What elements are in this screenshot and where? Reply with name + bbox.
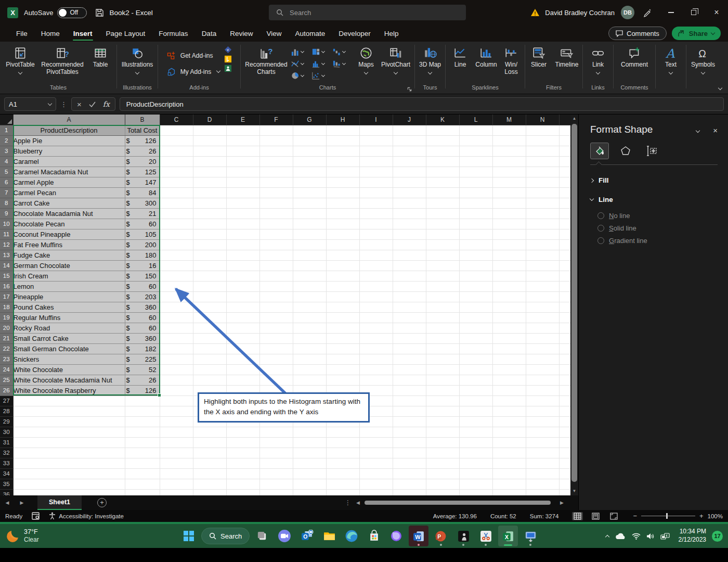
empty-cell[interactable]	[193, 271, 226, 281]
empty-cell[interactable]	[226, 427, 259, 437]
empty-cell[interactable]	[459, 406, 492, 416]
radio-no-line[interactable]: No line	[597, 212, 718, 220]
tab-developer[interactable]: Developer	[332, 25, 378, 42]
empty-cell[interactable]	[526, 208, 559, 219]
empty-cell[interactable]	[526, 468, 559, 479]
table-data-cell[interactable]: White Chocolate Macadamia Nut	[13, 375, 125, 385]
empty-cell[interactable]	[492, 489, 526, 495]
text-button[interactable]: A Text	[659, 45, 682, 74]
fill-section-header[interactable]: Fill	[590, 176, 718, 184]
charts-dialog-launcher-icon[interactable]	[407, 86, 412, 92]
table-data-cell[interactable]: $60	[125, 312, 160, 323]
page-break-view-icon[interactable]	[608, 512, 619, 520]
empty-cell[interactable]	[125, 448, 160, 458]
taskbar-icon-chat[interactable]	[275, 526, 294, 546]
empty-cell[interactable]	[526, 323, 559, 333]
empty-cell[interactable]	[160, 146, 193, 156]
empty-cell[interactable]	[193, 156, 226, 167]
empty-cell[interactable]	[526, 250, 559, 260]
table-data-cell[interactable]: $26	[125, 375, 160, 385]
empty-cell[interactable]	[226, 448, 259, 458]
row-header-30[interactable]: 30	[0, 427, 13, 437]
empty-cell[interactable]	[459, 437, 492, 448]
empty-cell[interactable]	[326, 271, 359, 281]
column-header-g[interactable]: G	[293, 114, 326, 125]
empty-cell[interactable]	[426, 198, 459, 208]
row-header-36[interactable]: 36	[0, 489, 13, 495]
empty-cell[interactable]	[393, 239, 426, 250]
empty-cell[interactable]	[559, 177, 570, 187]
empty-cell[interactable]	[226, 468, 259, 479]
empty-cell[interactable]	[393, 448, 426, 458]
empty-cell[interactable]	[226, 312, 259, 323]
row-header-29[interactable]: 29	[0, 416, 13, 427]
empty-cell[interactable]	[459, 448, 492, 458]
pie-chart-button[interactable]	[291, 70, 311, 82]
empty-cell[interactable]	[359, 437, 393, 448]
empty-cell[interactable]	[492, 250, 526, 260]
row-header-11[interactable]: 11	[0, 229, 13, 239]
table-data-cell[interactable]: $84	[125, 187, 160, 198]
empty-cell[interactable]	[160, 343, 193, 354]
accessibility-status[interactable]: Accessibility: Investigate	[59, 513, 124, 519]
people-addin-icon[interactable]	[224, 65, 232, 72]
tab-view[interactable]: View	[259, 25, 288, 42]
empty-cell[interactable]	[226, 437, 259, 448]
fill-handle[interactable]	[158, 393, 161, 397]
empty-cell[interactable]	[226, 229, 259, 239]
empty-cell[interactable]	[393, 395, 426, 406]
empty-cell[interactable]	[193, 208, 226, 219]
empty-cell[interactable]	[393, 468, 426, 479]
empty-cell[interactable]	[193, 125, 226, 135]
empty-cell[interactable]	[359, 323, 393, 333]
link-button[interactable]: Link	[587, 45, 609, 74]
fx-controls[interactable]: × fx	[71, 97, 115, 111]
empty-cell[interactable]	[193, 281, 226, 291]
empty-cell[interactable]	[326, 239, 359, 250]
empty-cell[interactable]	[160, 406, 193, 416]
empty-cell[interactable]	[526, 229, 559, 239]
empty-cell[interactable]	[559, 187, 570, 198]
table-data-cell[interactable]: Rocky Road	[13, 323, 125, 333]
zoom-level[interactable]: 100%	[708, 513, 723, 519]
empty-cell[interactable]	[326, 281, 359, 291]
empty-cell[interactable]	[293, 156, 326, 167]
empty-cell[interactable]	[259, 239, 293, 250]
formula-input[interactable]: ProductDescription	[120, 97, 724, 111]
empty-cell[interactable]	[259, 187, 293, 198]
empty-cell[interactable]	[193, 437, 226, 448]
empty-cell[interactable]	[393, 187, 426, 198]
empty-cell[interactable]	[359, 458, 393, 468]
table-data-cell[interactable]: $150	[125, 271, 160, 281]
empty-cell[interactable]	[326, 364, 359, 375]
table-data-cell[interactable]: Carmel Apple	[13, 177, 125, 187]
table-data-cell[interactable]: $203	[125, 291, 160, 302]
empty-cell[interactable]	[559, 333, 570, 343]
empty-cell[interactable]	[293, 271, 326, 281]
empty-cell[interactable]	[13, 427, 125, 437]
empty-cell[interactable]	[259, 364, 293, 375]
empty-cell[interactable]	[459, 219, 492, 229]
empty-cell[interactable]	[492, 125, 526, 135]
empty-cell[interactable]	[492, 239, 526, 250]
empty-cell[interactable]	[160, 271, 193, 281]
empty-cell[interactable]	[226, 354, 259, 364]
pane-chevron-down-icon[interactable]	[696, 129, 700, 133]
empty-cell[interactable]	[393, 375, 426, 385]
empty-cell[interactable]	[326, 312, 359, 323]
empty-cell[interactable]	[459, 312, 492, 323]
empty-cell[interactable]	[193, 343, 226, 354]
empty-cell[interactable]	[459, 343, 492, 354]
empty-cell[interactable]	[13, 416, 125, 427]
empty-cell[interactable]	[526, 291, 559, 302]
tab-data[interactable]: Data	[195, 25, 224, 42]
empty-cell[interactable]	[393, 125, 426, 135]
empty-cell[interactable]	[259, 323, 293, 333]
empty-cell[interactable]	[393, 167, 426, 177]
column-header-c[interactable]: C	[160, 114, 193, 125]
empty-cell[interactable]	[492, 343, 526, 354]
empty-cell[interactable]	[293, 239, 326, 250]
empty-cell[interactable]	[492, 198, 526, 208]
empty-cell[interactable]	[426, 219, 459, 229]
column-chart-button[interactable]	[291, 46, 311, 58]
